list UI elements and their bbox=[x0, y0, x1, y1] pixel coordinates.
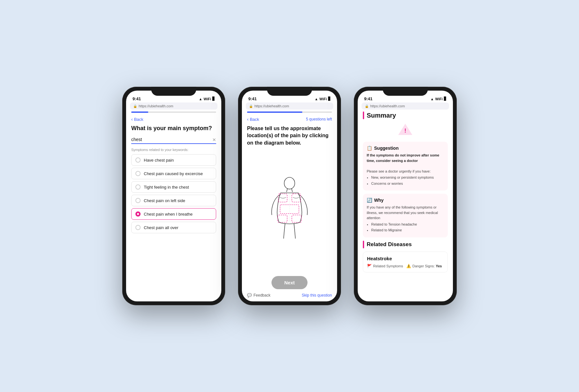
suggestion-icon: 📋 bbox=[367, 146, 372, 151]
search-input[interactable] bbox=[131, 136, 216, 144]
phone-2: 9:41 ▲ WiFi ▊ 🔒 https://ubiehealth.com ‹ bbox=[238, 87, 341, 305]
feedback-button[interactable]: 💬 Feedback bbox=[247, 293, 271, 298]
radio-5 bbox=[135, 211, 141, 217]
status-icons-2: ▲ WiFi ▊ bbox=[315, 97, 331, 101]
wifi-icon-2: WiFi bbox=[319, 97, 327, 101]
related-diseases-title-text: Related Diseases bbox=[367, 241, 412, 248]
status-icons-3: ▲ WiFi ▊ bbox=[430, 97, 446, 101]
skip-button[interactable]: Skip this question bbox=[302, 293, 332, 298]
url-text-3: https://ubiehealth.com bbox=[370, 104, 405, 108]
feedback-label: Feedback bbox=[253, 293, 271, 298]
wifi-icon-1: WiFi bbox=[204, 97, 211, 101]
url-bar-2[interactable]: 🔒 https://ubiehealth.com bbox=[246, 102, 333, 110]
scene: 9:41 ▲ WiFi ▊ 🔒 https://ubiehealth.com ‹… bbox=[122, 87, 457, 305]
search-container: ✕ bbox=[131, 136, 216, 144]
disease-tags: 🚩 Related Symptoms ⚠️ Danger Signs: Yes bbox=[367, 264, 444, 268]
progress-fill-2 bbox=[247, 111, 302, 113]
symptom-label-3: Tight feeling in the chest bbox=[144, 185, 189, 190]
url-text-2: https://ubiehealth.com bbox=[254, 104, 289, 108]
battery-icon-3: ▊ bbox=[444, 97, 446, 101]
why-main-text: If you have any of the following symptom… bbox=[367, 205, 438, 220]
svg-line-2 bbox=[291, 188, 292, 192]
signal-icon-1: ▲ bbox=[199, 97, 202, 101]
radio-2 bbox=[135, 171, 141, 176]
signal-icon-2: ▲ bbox=[315, 97, 318, 101]
symptom-label-6: Chest pain all over bbox=[144, 225, 179, 230]
symptom-item-5[interactable]: Chest pain when I breathe bbox=[131, 208, 216, 220]
why-list: Related to Tension headache Related to M… bbox=[367, 222, 444, 233]
progress-track-2 bbox=[247, 111, 332, 113]
why-item-1: Related to Tension headache bbox=[371, 222, 444, 227]
suggestion-body: If the symptoms do not improve after som… bbox=[367, 153, 444, 186]
related-diseases-title: Related Diseases bbox=[363, 241, 448, 248]
suggestion-main-text: If the symptoms do not improve after som… bbox=[367, 153, 439, 163]
radio-1 bbox=[135, 157, 141, 163]
radio-inner-5 bbox=[137, 213, 139, 215]
symptom-item-6[interactable]: Chest pain all over bbox=[131, 222, 216, 233]
back-chevron-2: ‹ bbox=[247, 117, 249, 122]
screen2-header: ‹ Back 5 questions left bbox=[247, 117, 332, 122]
battery-icon-2: ▊ bbox=[328, 97, 331, 101]
wifi-icon-3: WiFi bbox=[435, 97, 443, 101]
body-diagram[interactable] bbox=[247, 150, 332, 273]
phone3-content: Summary ! 📋 Suggestion If the symptoms d… bbox=[358, 111, 453, 301]
body-svg[interactable] bbox=[257, 177, 322, 247]
flag-icon: 🚩 bbox=[367, 264, 372, 268]
symptom-item-3[interactable]: Tight feeling in the chest bbox=[131, 181, 216, 193]
phone2-content: ‹ Back 5 questions left Please tell us t… bbox=[242, 111, 337, 301]
status-time-1: 9:41 bbox=[133, 96, 141, 101]
symptom-list: Have chest pain Chest pain caused by exc… bbox=[131, 154, 216, 233]
back-chevron-1: ‹ bbox=[131, 117, 133, 122]
why-body: If you have any of the following symptom… bbox=[367, 205, 444, 233]
lock-icon-3: 🔒 bbox=[365, 104, 369, 108]
status-icons-1: ▲ WiFi ▊ bbox=[199, 97, 215, 101]
url-bar-3[interactable]: 🔒 https://ubiehealth.com bbox=[362, 102, 449, 110]
radio-4 bbox=[135, 198, 141, 203]
svg-text:!: ! bbox=[404, 128, 406, 134]
lock-icon-2: 🔒 bbox=[249, 104, 253, 108]
symptom-label-1: Have chest pain bbox=[144, 158, 174, 163]
warning-triangle-icon: ! bbox=[398, 123, 412, 136]
why-card: 🔄 Why If you have any of the following s… bbox=[363, 194, 448, 237]
symptoms-label: Symptoms related to your keywords: bbox=[131, 148, 216, 152]
symptom-item-1[interactable]: Have chest pain bbox=[131, 154, 216, 166]
symptom-label-2: Chest pain caused by excercise bbox=[144, 171, 203, 176]
svg-rect-6 bbox=[278, 215, 287, 222]
questions-left: 5 questions left bbox=[306, 117, 332, 121]
suggestion-see-doctor: Please see a doctor urgently if you have… bbox=[367, 169, 431, 173]
suggestion-title-text: Suggestion bbox=[374, 146, 399, 151]
status-time-2: 9:41 bbox=[248, 96, 257, 101]
symptom-label-5: Chest pain when I breathe bbox=[144, 212, 193, 217]
search-clear-icon[interactable]: ✕ bbox=[212, 137, 216, 142]
related-diseases-accent bbox=[363, 241, 364, 248]
back-label-2: Back bbox=[250, 117, 259, 122]
url-bar-1[interactable]: 🔒 https://ubiehealth.com bbox=[130, 102, 217, 110]
why-icon: 🔄 bbox=[367, 198, 372, 203]
notch-1 bbox=[151, 87, 196, 96]
danger-icon: ⚠️ bbox=[406, 264, 411, 268]
progress-fill-1 bbox=[131, 111, 148, 113]
lock-icon-1: 🔒 bbox=[133, 104, 137, 108]
related-symptoms-label: Related Symptoms bbox=[373, 264, 403, 268]
danger-signs-tag: ⚠️ Danger Signs: Yes bbox=[406, 264, 442, 268]
status-time-3: 9:41 bbox=[364, 96, 372, 101]
screen2-footer: 💬 Feedback Skip this question bbox=[247, 293, 332, 298]
battery-icon-1: ▊ bbox=[212, 97, 215, 101]
symptom-item-4[interactable]: Chest pain on left side bbox=[131, 195, 216, 206]
danger-signs-value: Yes bbox=[436, 264, 442, 268]
symptom-item-2[interactable]: Chest pain caused by excercise bbox=[131, 168, 216, 179]
summary-accent bbox=[363, 111, 364, 119]
back-button-2[interactable]: ‹ Back bbox=[247, 117, 259, 122]
svg-line-1 bbox=[287, 188, 288, 192]
back-button-1[interactable]: ‹ Back bbox=[131, 117, 216, 122]
feedback-icon: 💬 bbox=[247, 293, 252, 298]
screen2-title: Please tell us the approximate location(… bbox=[247, 125, 332, 147]
progress-track-1 bbox=[131, 111, 216, 113]
disease-card: Heatstroke 🚩 Related Symptoms ⚠️ Danger … bbox=[363, 252, 448, 272]
suggestion-item-1: New, worsening or persistent symptoms bbox=[371, 175, 444, 180]
symptom-label-4: Chest pain on left side bbox=[144, 198, 185, 203]
phone1-content: ‹ Back What is your main symptom? ✕ Symp… bbox=[126, 111, 221, 301]
notch-3 bbox=[383, 87, 428, 96]
next-button[interactable]: Next bbox=[271, 276, 308, 289]
url-text-1: https://ubiehealth.com bbox=[139, 104, 173, 108]
